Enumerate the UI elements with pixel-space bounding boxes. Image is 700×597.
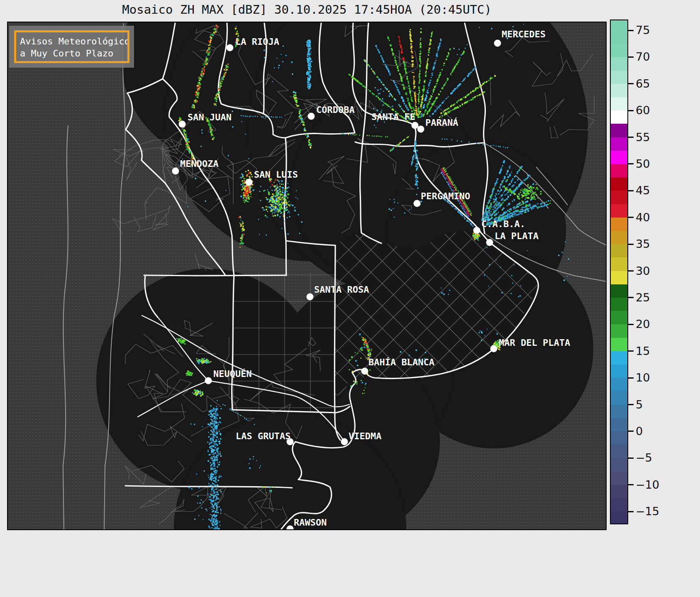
colorbar-tick-label: 25 — [636, 291, 673, 304]
city-dot — [172, 168, 179, 175]
colorbar-band — [611, 498, 627, 512]
city-dot — [417, 126, 424, 133]
colorbar-band — [611, 137, 627, 151]
city-dot — [246, 179, 253, 186]
colorbar-band — [611, 191, 627, 204]
cordoba-south-border — [196, 275, 286, 276]
city-label: SAN JUAN — [188, 112, 232, 122]
city-label: MAR DEL PLATA — [499, 338, 570, 348]
colorbar-tick-mark — [628, 350, 634, 352]
city-label: MENDOZA — [180, 159, 219, 169]
colorbar-band — [611, 97, 627, 111]
colorbar-band — [611, 124, 627, 137]
colorbar-tick-label: −5 — [636, 451, 673, 465]
city-label: PARANÁ — [425, 117, 458, 128]
colorbar-band — [611, 458, 627, 472]
colorbar-band — [611, 311, 627, 325]
city-dot — [494, 40, 501, 47]
city-dot — [205, 377, 212, 384]
colorbar-tick-mark — [628, 377, 634, 379]
city-dot — [361, 368, 368, 375]
city-dot — [307, 294, 314, 301]
city-label: MERCEDES — [502, 29, 546, 39]
colorbar-tick-mark — [628, 484, 634, 485]
colorbar-band — [611, 271, 627, 285]
colorbar-band — [611, 257, 627, 271]
warning-box: Avisos Meteorológicos a Muy Corto Plazo — [9, 26, 134, 68]
city-label: NEUQUÉN — [213, 369, 252, 379]
city-label: CÓRDOBA — [316, 105, 355, 115]
city-dot — [412, 122, 419, 129]
colorbar-tick-label: 30 — [636, 264, 673, 278]
city-dot — [473, 227, 480, 234]
colorbar-band — [611, 485, 627, 499]
colorbar-band — [611, 164, 627, 178]
colorbar-band — [611, 365, 627, 378]
colorbar-band — [611, 324, 627, 338]
colorbar-tick-label: 0 — [636, 425, 673, 438]
colorbar-tick-mark — [628, 30, 634, 31]
colorbar-tick-mark — [628, 56, 634, 58]
city-label: C.A.B.A. — [481, 219, 525, 229]
colorbar-band — [611, 110, 627, 124]
colorbar-tick-mark — [628, 83, 634, 84]
colorbar — [610, 20, 628, 524]
city-dot — [179, 121, 186, 128]
city-label: LA PLATA — [495, 231, 539, 241]
colorbar-tick-label: 75 — [636, 24, 673, 37]
colorbar-tick-mark — [628, 458, 634, 459]
city-dot — [490, 345, 498, 352]
colorbar-tick-mark — [628, 511, 634, 512]
map-canvas: MERCEDESLA RIOJASAN JUANCÓRDOBAMENDOZASA… — [8, 22, 606, 529]
colorbar-tick-mark — [628, 297, 634, 298]
colorbar-tick-label: 65 — [636, 77, 673, 91]
colorbar-tick-label: 5 — [636, 398, 673, 411]
colorbar-band — [611, 177, 627, 191]
colorbar-band — [611, 298, 627, 311]
page-title: Mosaico ZH MAX [dBZ] 30.10.2025 17:45HOA… — [7, 2, 607, 17]
colorbar-band — [611, 431, 627, 445]
colorbar-tick-label: 10 — [636, 371, 673, 384]
city-label: BAHÍA BLANCA — [368, 357, 434, 367]
colorbar-tick-label: 70 — [636, 50, 673, 64]
colorbar-band — [611, 418, 627, 432]
colorbar-tick-mark — [628, 404, 634, 405]
colorbar-tick-mark — [628, 163, 634, 164]
colorbar-tick-label: −15 — [636, 505, 673, 518]
colorbar-tick-mark — [628, 190, 634, 191]
warning-line-2: a Muy Corto Plazo — [20, 47, 127, 59]
colorbar-band — [611, 351, 627, 365]
city-label: PERGAMINO — [421, 191, 470, 201]
colorbar-band — [611, 218, 627, 231]
city-label: VIEDMA — [349, 431, 381, 441]
radar-mosaic-page: Mosaico ZH MAX [dBZ] 30.10.2025 17:45HOA… — [0, 0, 700, 597]
city-dot — [308, 113, 315, 120]
colorbar-tick-label: 15 — [636, 345, 673, 358]
footer: Servicio Meteorológico Nacional Argentin… — [0, 530, 700, 597]
warning-box-frame: Avisos Meteorológicos a Muy Corto Plazo — [14, 30, 129, 63]
colorbar-band — [611, 244, 627, 258]
colorbar-tick-label: 45 — [636, 184, 673, 197]
colorbar-band — [611, 378, 627, 391]
city-dot — [227, 44, 234, 51]
colorbar-tick-mark — [628, 110, 634, 111]
city-label: LAS GRUTAS — [236, 431, 290, 441]
colorbar-tick-label: 55 — [636, 131, 673, 144]
colorbar-band — [611, 57, 627, 71]
colorbar-band — [611, 84, 627, 98]
city-label: SANTA ROSA — [314, 284, 369, 295]
colorbar-tick-mark — [628, 137, 634, 138]
chile-border — [104, 23, 125, 529]
city-dot — [486, 239, 493, 246]
colorbar-band — [611, 405, 627, 418]
colorbar-band — [611, 30, 627, 44]
city-label: RAWSON — [294, 517, 327, 528]
colorbar-band — [611, 284, 627, 298]
colorbar-tick-mark — [628, 270, 634, 272]
colorbar-band — [611, 204, 627, 218]
colorbar-tick-mark — [628, 244, 634, 245]
colorbar-band — [611, 445, 627, 458]
colorbar-band — [611, 71, 627, 84]
colorbar-tick-mark — [628, 324, 634, 325]
colorbar-band — [611, 472, 627, 485]
